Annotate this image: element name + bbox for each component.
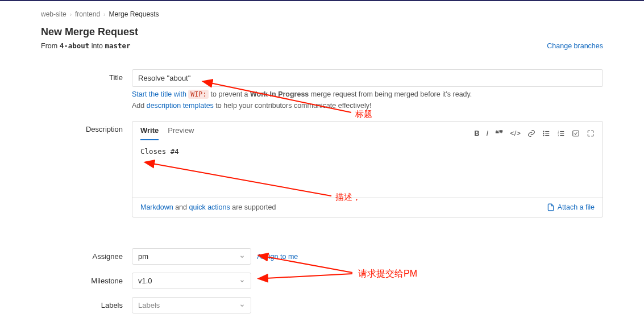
fullscreen-icon[interactable] bbox=[587, 129, 595, 137]
from-label: From bbox=[41, 42, 57, 50]
code-icon[interactable]: </> bbox=[510, 129, 521, 137]
markdown-hint: Markdown and quick actions are supported bbox=[140, 203, 276, 211]
tab-preview[interactable]: Preview bbox=[168, 126, 194, 140]
breadcrumb: web-site › frontend › Merge Requests bbox=[41, 7, 603, 26]
milestone-label: Milestone bbox=[41, 273, 132, 289]
branch-summary-row: From 4-about into master Change branches bbox=[41, 41, 603, 50]
bold-icon[interactable]: B bbox=[474, 129, 479, 137]
assignee-label: Assignee bbox=[41, 248, 132, 265]
markdown-link[interactable]: Markdown bbox=[140, 203, 173, 211]
change-branches-link[interactable]: Change branches bbox=[547, 42, 603, 50]
target-branch: master bbox=[105, 41, 130, 50]
milestone-select[interactable]: v1.0 bbox=[132, 273, 251, 289]
chevron-down-icon bbox=[239, 303, 245, 308]
source-branch: 4-about bbox=[60, 41, 90, 50]
assignee-value: pm bbox=[138, 252, 148, 261]
description-templates-link[interactable]: description templates bbox=[147, 102, 214, 110]
description-label: Description bbox=[41, 121, 132, 218]
page-title: New Merge Request bbox=[41, 26, 603, 38]
breadcrumb-subgroup[interactable]: frontend bbox=[75, 10, 100, 18]
milestone-value: v1.0 bbox=[138, 277, 152, 285]
attach-file-link[interactable]: Attach a file bbox=[547, 203, 595, 211]
assignee-select[interactable]: pm bbox=[132, 248, 251, 265]
labels-label: Labels bbox=[41, 297, 132, 313]
title-input[interactable] bbox=[132, 69, 603, 87]
toolbar-icons: B I ❝❞ </> 123 bbox=[474, 129, 595, 137]
chevron-down-icon bbox=[239, 278, 245, 284]
template-hint: Add description templates to help your c… bbox=[132, 102, 603, 110]
svg-point-1 bbox=[543, 133, 544, 133]
title-label: Title bbox=[41, 69, 132, 110]
description-editor: Write Preview B I ❝❞ </> 123 bbox=[132, 121, 603, 218]
chevron-right-icon: › bbox=[70, 11, 72, 18]
chevron-right-icon: › bbox=[103, 11, 105, 18]
labels-select[interactable]: Labels bbox=[132, 297, 251, 313]
svg-text:3: 3 bbox=[558, 134, 559, 136]
quote-icon[interactable]: ❝❞ bbox=[495, 129, 503, 137]
wip-code: WIP: bbox=[188, 90, 209, 99]
quick-actions-link[interactable]: quick actions bbox=[189, 203, 230, 211]
ordered-list-icon[interactable]: 123 bbox=[557, 129, 565, 137]
link-icon[interactable] bbox=[527, 129, 535, 137]
chevron-down-icon bbox=[239, 254, 245, 260]
paperclip-icon bbox=[547, 203, 555, 211]
wip-hint: Start the title with WIP: to prevent a W… bbox=[132, 90, 603, 98]
bullet-list-icon[interactable] bbox=[542, 129, 550, 137]
svg-point-2 bbox=[543, 135, 544, 135]
breadcrumb-project[interactable]: web-site bbox=[41, 10, 67, 18]
labels-placeholder: Labels bbox=[138, 301, 160, 310]
svg-point-0 bbox=[543, 131, 544, 131]
italic-icon[interactable]: I bbox=[487, 129, 489, 137]
tab-write[interactable]: Write bbox=[140, 126, 159, 140]
task-list-icon[interactable] bbox=[572, 129, 580, 137]
svg-rect-12 bbox=[573, 131, 579, 136]
breadcrumb-current: Merge Requests bbox=[109, 10, 159, 18]
assign-to-me-link[interactable]: Assign to me bbox=[257, 253, 298, 261]
into-label: into bbox=[92, 42, 103, 50]
description-textarea[interactable]: Closes #4 bbox=[132, 140, 603, 197]
start-title-link[interactable]: Start the title with bbox=[132, 90, 186, 98]
